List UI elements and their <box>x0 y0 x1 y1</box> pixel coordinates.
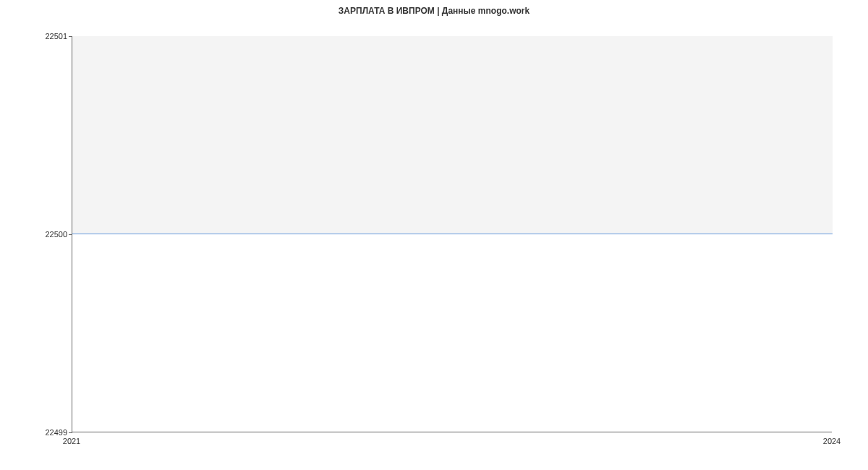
chart-fill-area <box>72 36 833 234</box>
ytick-label: 22499 <box>45 428 67 437</box>
xtick-label: 2021 <box>63 437 80 445</box>
chart-data-line <box>72 234 833 234</box>
plot-area <box>72 36 832 432</box>
xtick-label: 2024 <box>823 437 841 445</box>
ytick-label: 22501 <box>45 32 67 40</box>
ytick-mark <box>69 36 72 37</box>
ytick-mark <box>69 432 72 433</box>
ytick-mark <box>69 234 72 235</box>
chart-title: ЗАРПЛАТА В ИВПРОМ | Данные mnogo.work <box>0 6 868 16</box>
ytick-label: 22500 <box>45 230 67 239</box>
